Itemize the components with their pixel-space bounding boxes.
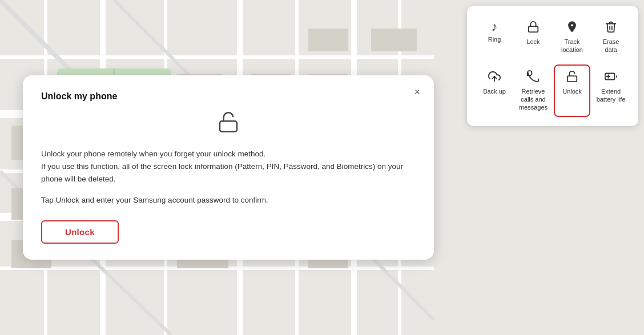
unlock-dialog: × Unlock my phone Unlock your phone remo…	[23, 75, 434, 259]
dialog-note: Tap Unlock and enter your Samsung accoun…	[41, 194, 416, 207]
svg-rect-45	[220, 122, 237, 132]
dialog-overlay: × Unlock my phone Unlock your phone remo…	[0, 0, 644, 335]
dialog-actions: Unlock	[41, 220, 416, 244]
unlock-button[interactable]: Unlock	[41, 220, 119, 244]
dialog-unlock-icon	[41, 111, 416, 139]
dialog-title: Unlock my phone	[41, 91, 416, 102]
dialog-close-button[interactable]: ×	[412, 84, 422, 99]
dialog-description: Unlock your phone remotely when you forg…	[41, 148, 416, 185]
